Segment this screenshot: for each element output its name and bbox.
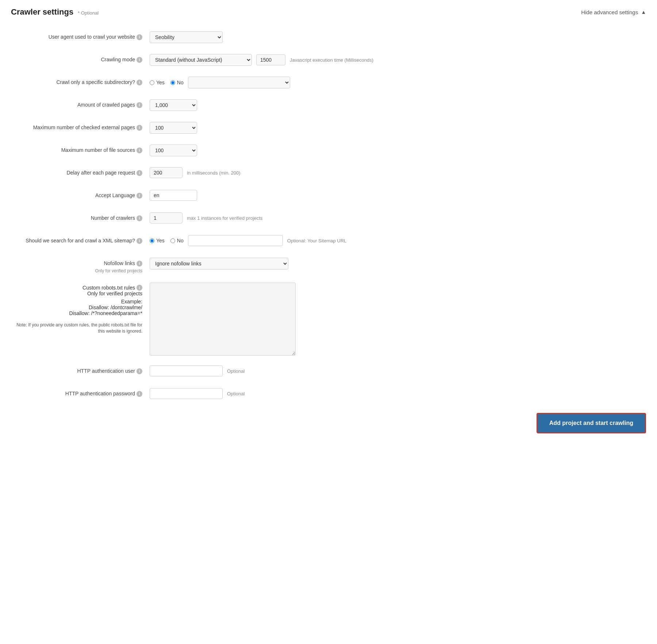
user-agent-control: Seobility Googlebot Custom: [150, 31, 646, 43]
crawled-pages-select[interactable]: 1,000 5,000 10,000 50,000: [150, 99, 197, 111]
crawling-mode-label-col: Crawling mode i: [11, 53, 150, 64]
nofollow-info-icon[interactable]: i: [137, 261, 142, 267]
subdirectory-select[interactable]: [188, 77, 290, 88]
crawlers-hint: max 1 instances for verified projects: [187, 215, 262, 221]
sitemap-yes-label[interactable]: Yes: [150, 238, 165, 244]
add-project-label: Add project and start crawling: [549, 420, 633, 426]
http-password-label-col: HTTP authentication password i: [11, 387, 150, 398]
language-row: Accept Language i: [11, 189, 646, 204]
sitemap-control: Yes No Optional: Your Sitemap URL: [150, 234, 646, 246]
delay-control: in milliseconds (min. 200): [150, 166, 646, 178]
crawlers-input[interactable]: [150, 212, 182, 223]
crawled-pages-control: 1,000 5,000 10,000 50,000: [150, 99, 646, 111]
delay-hint: in milliseconds (min. 200): [187, 170, 241, 176]
external-pages-label-col: Maximum number of checked external pages…: [11, 121, 150, 131]
nofollow-control: Ignore nofollow links Follow nofollow li…: [150, 257, 646, 269]
http-user-label: HTTP authentication user i: [77, 368, 143, 375]
user-agent-row: User agent used to crawl your website i …: [11, 31, 646, 45]
http-password-input[interactable]: [150, 388, 223, 399]
robots-code-line1: Disallow: /dontcrawlme/: [89, 304, 142, 310]
page-header: Crawler settings * Optional Hide advance…: [11, 7, 646, 20]
file-sources-control: 100 500 1,000: [150, 144, 646, 156]
crawling-mode-control: Standard (without JavaScript) JavaScript…: [150, 53, 646, 66]
sitemap-info-icon[interactable]: i: [137, 238, 142, 244]
subdirectory-yes-label[interactable]: Yes: [150, 80, 165, 85]
external-pages-control: 100 500 1,000: [150, 121, 646, 134]
sitemap-no-label[interactable]: No: [170, 238, 184, 244]
subdirectory-row: Crawl only a specific subdirectory? i Ye…: [11, 76, 646, 91]
subdirectory-yes-radio[interactable]: [150, 80, 154, 85]
crawling-mode-label: Crawling mode i: [101, 56, 142, 64]
user-agent-select[interactable]: Seobility Googlebot Custom: [150, 31, 223, 43]
language-input[interactable]: [150, 190, 197, 201]
file-sources-label-col: Maximum number of file sources i: [11, 144, 150, 154]
robots-textarea[interactable]: [150, 283, 296, 356]
add-project-button[interactable]: Add project and start crawling: [537, 413, 646, 433]
subdirectory-control: Yes No: [150, 76, 646, 88]
delay-label-col: Delay after each page request i: [11, 166, 150, 177]
http-password-row: HTTP authentication password i Optional: [11, 387, 646, 402]
http-user-info-icon[interactable]: i: [137, 368, 142, 374]
http-user-label-col: HTTP authentication user i: [11, 365, 150, 375]
crawling-mode-info-icon[interactable]: i: [137, 57, 142, 63]
language-label-col: Accept Language i: [11, 189, 150, 199]
http-user-hint: Optional: [227, 368, 245, 374]
http-password-hint: Optional: [227, 391, 245, 396]
crawlers-info-icon[interactable]: i: [137, 215, 142, 221]
hide-advanced-label: Hide advanced settings: [581, 9, 638, 15]
user-agent-info-icon[interactable]: i: [137, 34, 142, 40]
http-user-row: HTTP authentication user i Optional: [11, 365, 646, 379]
sitemap-no-radio[interactable]: [170, 238, 175, 243]
sitemap-row: Should we search for and crawl a XML sit…: [11, 234, 646, 249]
delay-row: Delay after each page request i in milli…: [11, 166, 646, 181]
nofollow-select[interactable]: Ignore nofollow links Follow nofollow li…: [150, 258, 288, 269]
robots-label: Custom robots.txt rules i: [82, 285, 142, 291]
crawler-settings-form: User agent used to crawl your website i …: [11, 31, 646, 402]
delay-info-icon[interactable]: i: [137, 170, 142, 176]
robots-sub-label: Only for verified projects: [87, 291, 142, 296]
crawlers-control: max 1 instances for verified projects: [150, 212, 646, 223]
crawled-pages-info-icon[interactable]: i: [137, 102, 142, 108]
robots-label-col: Custom robots.txt rules i Only for verif…: [11, 285, 142, 334]
language-control: [150, 189, 646, 201]
sitemap-yes-radio[interactable]: [150, 238, 154, 243]
external-pages-row: Maximum number of checked external pages…: [11, 121, 646, 136]
js-time-input[interactable]: [256, 54, 285, 65]
delay-input[interactable]: [150, 167, 182, 178]
subdirectory-no-radio[interactable]: [170, 80, 175, 85]
nofollow-sub-label: Only for verified projects: [11, 268, 142, 274]
http-password-label: HTTP authentication password i: [65, 390, 142, 398]
file-sources-select[interactable]: 100 500 1,000: [150, 145, 197, 156]
language-info-icon[interactable]: i: [137, 193, 142, 199]
subdirectory-info-icon[interactable]: i: [137, 80, 142, 85]
user-agent-label: User agent used to crawl your website i: [49, 34, 142, 41]
sitemap-label: Should we search for and crawl a XML sit…: [26, 237, 142, 245]
file-sources-row: Maximum number of file sources i 100 500…: [11, 144, 646, 158]
delay-label: Delay after each page request i: [66, 169, 142, 177]
http-password-info-icon[interactable]: i: [137, 391, 142, 397]
js-time-label: Javascript execution time (Milliseconds): [290, 57, 373, 63]
hide-advanced-button[interactable]: Hide advanced settings ▲: [581, 9, 646, 15]
robots-example-label: Example:: [121, 299, 142, 304]
http-user-input[interactable]: [150, 365, 223, 376]
sitemap-url-input[interactable]: [188, 235, 283, 246]
external-pages-info-icon[interactable]: i: [137, 125, 142, 131]
crawlers-label: Number of crawlers i: [91, 215, 142, 222]
crawling-mode-row: Crawling mode i Standard (without JavaSc…: [11, 53, 646, 68]
file-sources-info-icon[interactable]: i: [137, 147, 142, 153]
external-pages-select[interactable]: 100 500 1,000: [150, 122, 197, 134]
robots-note: Note: If you provide any custom rules, t…: [11, 322, 142, 334]
crawling-mode-select[interactable]: Standard (without JavaScript) JavaScript…: [150, 54, 252, 66]
http-password-control: Optional: [150, 387, 646, 399]
chevron-up-icon: ▲: [641, 9, 646, 15]
page-title-area: Crawler settings * Optional: [11, 7, 99, 17]
nofollow-label-col: Nofollow links i Only for verified proje…: [11, 257, 150, 274]
crawled-pages-row: Amount of crawled pages i 1,000 5,000 10…: [11, 99, 646, 113]
sitemap-hint: Optional: Your Sitemap URL: [287, 238, 347, 244]
robots-info-icon[interactable]: i: [137, 285, 142, 291]
robots-label-area: Custom robots.txt rules i Only for verif…: [11, 282, 150, 334]
subdirectory-no-label[interactable]: No: [170, 80, 184, 85]
file-sources-label: Maximum number of file sources i: [61, 147, 142, 154]
nofollow-row: Nofollow links i Only for verified proje…: [11, 257, 646, 274]
robots-code-line2: Disallow: /*?noneededparama=*: [69, 310, 142, 316]
